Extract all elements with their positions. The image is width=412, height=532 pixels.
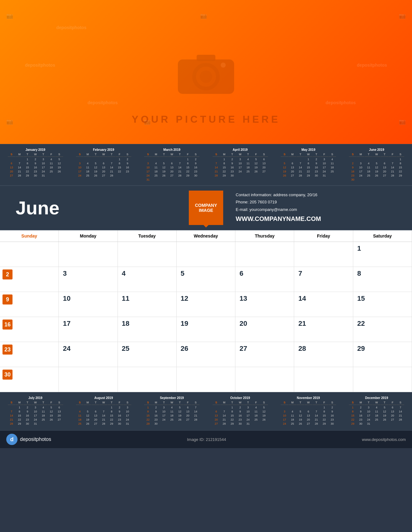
mini-cal-date: 26: [176, 418, 183, 422]
footer-bar: d depositphotos Image ID: 212191544 www.…: [0, 430, 412, 448]
cal-header-thursday: Thursday: [235, 230, 294, 242]
mini-cal-date: [55, 422, 63, 426]
mini-cal-date: 26: [84, 422, 91, 426]
mini-cal-date: 24: [124, 418, 131, 422]
company-image-label: COMPANY IMAGE: [189, 203, 223, 213]
mini-cal-date: 22: [184, 170, 191, 173]
mini-cal-date: 17: [144, 170, 152, 173]
mini-cal-date: 4: [76, 410, 83, 413]
mini-cal-day-header: S: [144, 152, 152, 157]
mini-cal-date: 30: [228, 174, 236, 177]
mini-cal-date: [297, 157, 304, 161]
mini-cal-date: 28: [213, 174, 220, 177]
mini-cal-date: 29: [108, 422, 115, 426]
mini-cal-date: 24: [320, 170, 328, 173]
mini-calendar: August 2019SMTWTFS1234567891011121314151…: [75, 395, 133, 428]
mini-cal-date: 12: [373, 166, 380, 169]
sunday-badge: 2: [3, 269, 13, 279]
mini-cal-date: 18: [373, 414, 380, 417]
mini-cal-date: [92, 157, 99, 161]
mini-cal-date: 16: [313, 166, 320, 169]
mini-cal-date: 28: [16, 174, 23, 177]
day-number: 27: [237, 344, 249, 354]
mini-cal-day-header: M: [84, 152, 91, 157]
mini-cal-day-header: T: [24, 152, 31, 157]
mini-cal-date: 14: [8, 414, 15, 417]
cal-cell-empty: [118, 367, 177, 392]
mini-cal-date: 8: [349, 410, 356, 413]
mini-cal-day-header: T: [365, 152, 372, 157]
mini-cal-title: August 2019: [76, 396, 131, 400]
mini-cal-date: 22: [108, 418, 115, 422]
mini-cal-day-header: S: [8, 152, 15, 157]
mini-cal-date: 29: [184, 174, 191, 177]
mini-cal-grid: SMTWTFS123456789101112131415161718192021…: [213, 401, 268, 427]
cal-cell-12: 12: [177, 292, 235, 317]
mini-cal-date: 29: [24, 174, 31, 177]
cal-cell-empty: [235, 367, 294, 392]
cal-cell-empty: [294, 367, 353, 392]
mini-cal-date: [289, 426, 296, 427]
mini-cal-date: [8, 157, 15, 161]
cal-cell-empty: [118, 242, 177, 267]
mini-cal-date: 2: [349, 161, 356, 165]
mini-cal-date: [281, 406, 288, 409]
mini-cal-date: 16: [192, 166, 199, 169]
mini-cal-date: 30: [24, 422, 31, 426]
mini-cal-date: 6: [55, 406, 63, 409]
mini-cal-date: 11: [252, 410, 260, 413]
mini-cal-date: 19: [260, 414, 268, 417]
cal-cell-8: 8: [353, 267, 412, 292]
mini-cal-date: 1: [304, 157, 312, 161]
cal-cell-22: 22: [353, 317, 412, 342]
mini-cal-day-header: S: [349, 152, 356, 157]
mini-cal-date: 5: [381, 406, 388, 409]
sunday-badge: 16: [3, 320, 13, 330]
mini-cal-date: 9: [116, 410, 123, 413]
mini-cal-date: [16, 157, 23, 161]
dp-website: www.depositphotos.com: [362, 437, 406, 442]
day-number: 14: [296, 294, 308, 304]
mini-cal-date: [84, 178, 91, 178]
mini-cal-date: 4: [168, 406, 176, 409]
mini-cal-date: 12: [84, 414, 91, 417]
mini-cal-title: July 2019: [8, 396, 63, 400]
mini-cal-date: 1: [349, 406, 356, 409]
mini-cal-day-header: S: [192, 401, 199, 405]
mini-cal-date: 16: [124, 166, 131, 169]
mini-cal-date: 18: [76, 418, 83, 422]
cal-header-sunday: Sunday: [0, 230, 59, 242]
day-number: 19: [178, 319, 191, 329]
mini-cal-date: 16: [116, 414, 123, 417]
cal-cell-3: 3: [59, 267, 118, 292]
mini-cal-date: 18: [39, 414, 47, 417]
mini-cal-date: [313, 406, 320, 409]
mini-cal-date: 16: [32, 166, 39, 169]
mini-cal-day-header: S: [397, 401, 404, 405]
mini-cal-date: [349, 157, 356, 161]
mini-cal-date: [24, 178, 31, 178]
mini-cal-day-header: M: [289, 152, 296, 157]
day-number: 6: [237, 269, 246, 279]
mini-cal-title: November 2019: [281, 396, 336, 400]
mini-cal-day-header: T: [176, 401, 183, 405]
mini-cal-date: [152, 157, 160, 161]
bottom-mini-calendars: July 2019SMTWTFS123456789101112131415161…: [0, 392, 412, 430]
mini-cal-date: 19: [176, 414, 183, 417]
mini-cal-date: 12: [176, 410, 183, 413]
mini-calendar: October 2019SMTWTFS123456789101112131415…: [211, 395, 269, 428]
mini-cal-date: 24: [281, 422, 288, 426]
mini-cal-date: 8: [108, 410, 115, 413]
mini-cal-grid: SMTWTFS123456789101112131415161718192021…: [8, 152, 63, 178]
mini-cal-date: [220, 178, 228, 178]
mini-cal-date: 14: [213, 166, 220, 169]
mini-cal-day-header: M: [16, 401, 23, 405]
mini-cal-date: 6: [100, 161, 107, 165]
cal-cell-empty: [0, 242, 59, 267]
mini-cal-date: 15: [144, 414, 152, 417]
mini-cal-date: 17: [39, 166, 47, 169]
cal-cell-15: 15: [353, 292, 412, 317]
mini-cal-day-header: W: [168, 401, 176, 405]
day-number: 22: [355, 319, 367, 329]
mini-cal-date: 13: [92, 414, 99, 417]
